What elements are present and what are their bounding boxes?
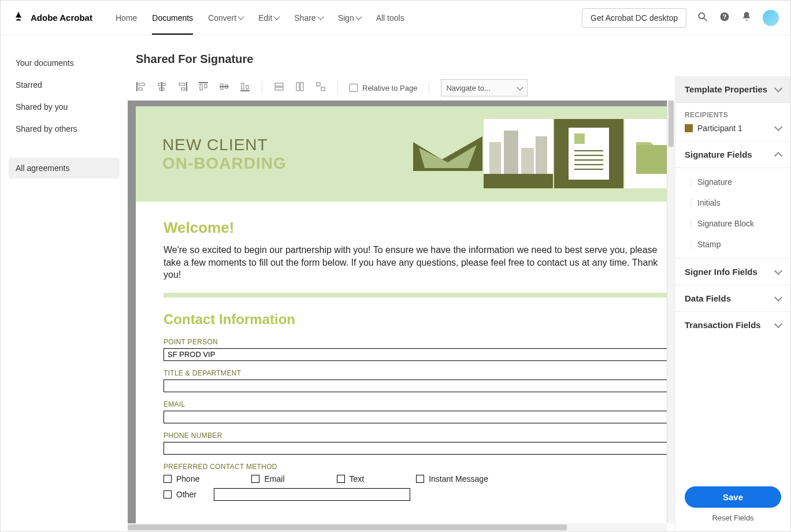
fld-stamp-label: Stamp — [697, 240, 721, 249]
relative-to-page-toggle[interactable]: Relative to Page — [350, 84, 417, 92]
svg-rect-12 — [181, 88, 185, 90]
match-both-icon[interactable] — [315, 81, 326, 94]
match-height-icon[interactable] — [295, 81, 305, 94]
input-email[interactable] — [164, 411, 667, 423]
fld-sigblock-label: Signature Block — [697, 219, 754, 228]
align-top-icon[interactable] — [198, 81, 209, 94]
chevron-down-icon — [774, 84, 782, 92]
align-right-icon[interactable] — [177, 81, 188, 94]
signer-info-fields-header[interactable]: Signer Info Fields — [675, 259, 790, 285]
sidebar-item-shared-by-you[interactable]: Shared by you — [9, 96, 120, 117]
help-icon[interactable]: ? — [719, 11, 730, 25]
checkbox-im[interactable]: Instant Message — [416, 474, 488, 483]
svg-rect-21 — [246, 85, 248, 89]
nav-all-tools[interactable]: All tools — [376, 2, 404, 34]
scrollbar-thumb[interactable] — [669, 101, 674, 147]
checkbox-phone[interactable]: Phone — [164, 474, 199, 483]
label-email: EMAIL — [164, 400, 667, 408]
recipient-dropdown[interactable]: Participant 1 — [685, 124, 781, 133]
reset-fields-link[interactable]: Reset Fields — [685, 514, 781, 522]
chevron-down-icon — [517, 84, 523, 90]
chevron-down-icon — [774, 123, 782, 131]
field-signature[interactable]: Signature — [675, 172, 790, 192]
get-desktop-button[interactable]: Get Acrobat DC desktop — [582, 8, 686, 28]
nav-convert[interactable]: Convert — [208, 2, 243, 34]
nav-home[interactable]: Home — [116, 2, 137, 34]
svg-rect-13 — [199, 82, 208, 83]
input-phone[interactable] — [164, 442, 667, 455]
svg-rect-11 — [179, 83, 185, 85]
data-fields-header[interactable]: Data Fields — [675, 285, 790, 312]
fld-initials-label: Initials — [697, 198, 721, 207]
svg-rect-34 — [484, 174, 553, 188]
chevron-down-icon — [355, 13, 362, 20]
align-left-icon[interactable] — [136, 81, 146, 94]
template-properties-header[interactable]: Template Properties — [675, 76, 790, 103]
input-point-person-value: SF PROD VIP — [168, 350, 215, 359]
contact-heading: Contact Information — [164, 311, 667, 328]
folder-image — [625, 119, 667, 188]
svg-rect-14 — [200, 84, 202, 90]
top-header: Adobe Acrobat Home Documents Convert Edi… — [1, 1, 790, 35]
align-bottom-icon[interactable] — [240, 81, 250, 94]
input-other[interactable] — [214, 488, 410, 501]
fld-signature-label: Signature — [697, 177, 732, 187]
chevron-down-icon — [774, 293, 782, 301]
page-title: Shared For Signature — [128, 35, 790, 76]
navigate-dropdown[interactable]: Navigate to... — [441, 79, 528, 96]
field-stamp[interactable]: Stamp — [675, 234, 790, 255]
svg-rect-27 — [321, 87, 325, 91]
checkbox-other[interactable]: Other — [164, 490, 196, 499]
save-button[interactable]: Save — [685, 486, 781, 508]
sidebar-item-shared-by-others[interactable]: Shared by others — [9, 118, 120, 139]
search-icon[interactable] — [697, 11, 708, 25]
transaction-fields-header[interactable]: Transaction Fields — [675, 312, 790, 338]
input-point-person[interactable]: SF PROD VIP — [164, 348, 667, 361]
bell-icon[interactable] — [741, 11, 752, 25]
checkbox-text[interactable]: Text — [337, 474, 365, 483]
logo-area: Adobe Acrobat — [12, 10, 92, 25]
sidebar-item-all-agreements[interactable]: All agreements — [9, 158, 120, 178]
checkbox-email[interactable]: Email — [251, 474, 284, 483]
drag-handle-icon — [689, 220, 693, 228]
input-title-dept[interactable] — [164, 380, 667, 392]
align-middle-icon[interactable] — [219, 81, 229, 94]
center-column: Shared For Signature — [128, 35, 790, 531]
nav-share[interactable]: Share — [294, 2, 322, 34]
field-signature-block[interactable]: Signature Block — [675, 213, 790, 234]
scrollbar-vertical[interactable] — [667, 101, 675, 523]
document-image — [554, 119, 623, 188]
scrollbar-thumb[interactable] — [128, 524, 567, 530]
document-page[interactable]: NEW CLIENT ON-BOARDING — [136, 106, 667, 523]
match-width-icon[interactable] — [274, 81, 284, 94]
label-title-dept: TITLE & DEPARTMENT — [164, 369, 667, 377]
sidebar-item-starred[interactable]: Starred — [9, 75, 120, 95]
drag-handle-icon — [689, 240, 693, 248]
divider — [164, 293, 667, 297]
city-image — [484, 119, 553, 188]
recipients-block: RECIPIENTS Participant 1 — [675, 103, 790, 142]
label-preferred: PREFERRED CONTACT METHOD — [164, 463, 667, 471]
align-center-h-icon[interactable] — [157, 81, 167, 94]
signature-fields-list: Signature Initials Signature Block Stamp — [675, 168, 790, 259]
acrobat-logo-icon — [12, 10, 25, 25]
chevron-down-icon — [237, 13, 244, 20]
welcome-paragraph: We're so excited to begin our partnershi… — [164, 244, 667, 281]
avatar[interactable] — [763, 10, 779, 26]
checkbox-icon — [337, 475, 345, 483]
cb-email-label: Email — [264, 474, 284, 483]
nav-documents[interactable]: Documents — [152, 2, 193, 34]
scrollbar-horizontal[interactable] — [128, 523, 667, 531]
nav-sign[interactable]: Sign — [338, 2, 361, 34]
checkbox-icon — [350, 84, 358, 92]
svg-rect-5 — [139, 83, 144, 85]
top-nav: Home Documents Convert Edit Share Sign A… — [116, 2, 404, 34]
sidebar-item-your-docs[interactable]: Your documents — [9, 53, 120, 73]
signature-fields-header[interactable]: Signature Fields — [675, 142, 790, 168]
recipient-color-swatch — [685, 124, 693, 132]
svg-rect-23 — [275, 87, 283, 90]
svg-text:?: ? — [723, 13, 727, 20]
field-initials[interactable]: Initials — [675, 192, 790, 213]
nav-edit[interactable]: Edit — [258, 2, 279, 34]
svg-rect-20 — [242, 83, 244, 89]
